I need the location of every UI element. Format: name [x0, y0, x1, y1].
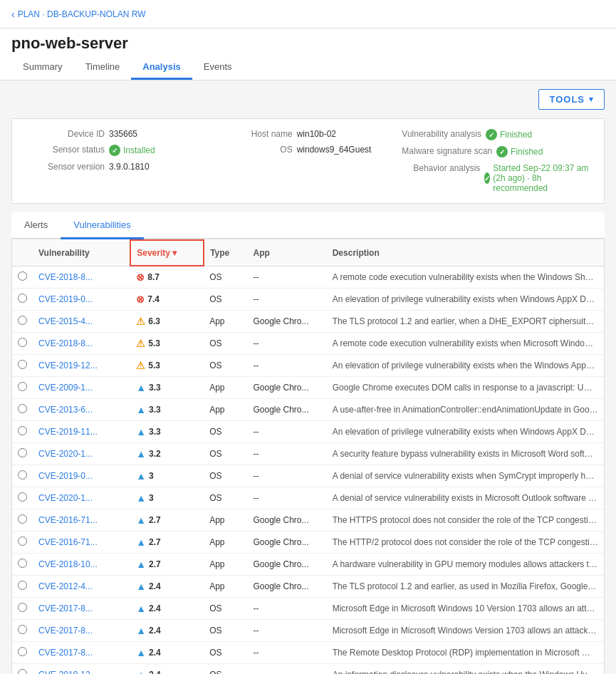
plan-link[interactable]: PLAN · DB-BACKUP-NOLAN RW [11, 9, 145, 20]
row-cve[interactable]: CVE-2016-71... [33, 509, 130, 532]
row-radio-cell[interactable] [12, 532, 33, 554]
row-radio[interactable] [18, 492, 27, 502]
col-select [12, 240, 33, 266]
row-radio[interactable] [18, 536, 27, 546]
row-radio[interactable] [18, 559, 27, 568]
row-cve[interactable]: CVE-2019-0... [33, 289, 130, 311]
row-cve[interactable]: CVE-2016-71... [33, 532, 130, 554]
row-description: An elevation of privilege vulnerability … [327, 421, 604, 443]
row-radio[interactable] [18, 625, 27, 634]
severity-value: 2.7 [149, 537, 161, 547]
col-app: App [248, 240, 327, 266]
row-severity: ⚠5.3 [130, 333, 204, 355]
row-radio[interactable] [18, 382, 27, 391]
row-radio[interactable] [18, 647, 27, 656]
table-row: CVE-2012-4...▲2.4AppGoogle Chro...The TL… [12, 576, 604, 598]
row-cve[interactable]: CVE-2019-0... [33, 465, 130, 487]
tools-button[interactable]: TOOLS [538, 89, 605, 110]
row-cve[interactable]: CVE-2018-10... [33, 554, 130, 576]
row-cve[interactable]: CVE-2015-4... [33, 311, 130, 333]
tab-analysis[interactable]: Analysis [131, 56, 192, 80]
tab-timeline[interactable]: Timeline [74, 56, 132, 80]
row-radio-cell[interactable] [12, 355, 33, 377]
row-radio-cell[interactable] [12, 554, 33, 576]
subtab-vulnerabilities[interactable]: Vulnerabilities [61, 212, 143, 239]
row-radio-cell[interactable] [12, 664, 33, 675]
row-radio-cell[interactable] [12, 598, 33, 620]
row-cve[interactable]: CVE-2017-8... [33, 620, 130, 642]
row-cve[interactable]: CVE-2020-1... [33, 487, 130, 509]
row-radio-cell[interactable] [12, 443, 33, 465]
row-radio-cell[interactable] [12, 509, 33, 532]
table-row: CVE-2019-12...▲2.4OS--An information dis… [12, 664, 604, 675]
row-radio-cell[interactable] [12, 487, 33, 509]
info-col-1: Device ID 335665 Sensor status Installed… [26, 129, 214, 193]
row-cve[interactable]: CVE-2017-8... [33, 598, 130, 620]
row-radio-cell[interactable] [12, 465, 33, 487]
row-type: App [204, 576, 247, 598]
row-radio[interactable] [18, 426, 27, 435]
row-description: The TLS protocol 1.2 and earlier, when a… [327, 311, 604, 333]
row-radio[interactable] [18, 360, 27, 369]
row-type: OS [204, 664, 247, 675]
row-severity: ▲3.2 [130, 443, 204, 465]
row-cve[interactable]: CVE-2012-4... [33, 576, 130, 598]
severity-icon: ▲ [136, 470, 146, 482]
row-radio-cell[interactable] [12, 620, 33, 642]
row-cve[interactable]: CVE-2019-12... [33, 355, 130, 377]
row-radio[interactable] [18, 514, 27, 524]
row-cve[interactable]: CVE-2019-12... [33, 664, 130, 675]
row-radio[interactable] [18, 581, 27, 590]
row-radio-cell[interactable] [12, 421, 33, 443]
row-type: OS [204, 289, 247, 311]
device-id-value: 335665 [109, 129, 137, 139]
row-severity: ▲2.4 [130, 576, 204, 598]
row-radio[interactable] [18, 448, 27, 457]
row-radio[interactable] [18, 294, 27, 303]
tab-summary[interactable]: Summary [11, 56, 74, 80]
row-radio[interactable] [18, 316, 27, 325]
severity-icon: ⚠ [136, 316, 145, 327]
row-radio-cell[interactable] [12, 377, 33, 399]
row-radio[interactable] [18, 404, 27, 413]
info-col-3: Vulnerability analysis Finished Malware … [402, 129, 590, 193]
severity-icon: ⊗ [136, 294, 145, 305]
row-radio[interactable] [18, 470, 27, 479]
row-radio-cell[interactable] [12, 399, 33, 421]
row-radio-cell[interactable] [12, 311, 33, 333]
row-cve[interactable]: CVE-2017-8... [33, 642, 130, 664]
table-row: CVE-2013-6...▲3.3AppGoogle Chro...A use-… [12, 399, 604, 421]
row-cve[interactable]: CVE-2019-11... [33, 421, 130, 443]
row-cve[interactable]: CVE-2018-8... [33, 333, 130, 355]
row-description: A remote code execution vulnerability ex… [327, 266, 604, 289]
row-app: -- [248, 620, 327, 642]
severity-icon: ▲ [136, 581, 146, 592]
row-radio-cell[interactable] [12, 289, 33, 311]
col-type: Type [204, 240, 247, 266]
row-type: OS [204, 620, 247, 642]
row-type: App [204, 554, 247, 576]
row-type: App [204, 377, 247, 399]
row-cve[interactable]: CVE-2020-1... [33, 443, 130, 465]
row-radio[interactable] [18, 271, 27, 281]
row-radio-cell[interactable] [12, 333, 33, 355]
row-radio-cell[interactable] [12, 576, 33, 598]
severity-icon: ▲ [136, 514, 146, 526]
row-type: OS [204, 333, 247, 355]
row-radio[interactable] [18, 669, 27, 674]
row-radio-cell[interactable] [12, 266, 33, 289]
subtab-alerts[interactable]: Alerts [11, 212, 61, 239]
severity-icon: ⊗ [136, 271, 145, 283]
row-severity: ▲3 [130, 465, 204, 487]
row-radio[interactable] [18, 338, 27, 347]
row-radio[interactable] [18, 603, 27, 612]
row-cve[interactable]: CVE-2013-6... [33, 399, 130, 421]
row-radio-cell[interactable] [12, 642, 33, 664]
row-app: Google Chro... [248, 576, 327, 598]
row-app: -- [248, 664, 327, 675]
row-cve[interactable]: CVE-2018-8... [33, 266, 130, 289]
os-row: OS windows9_64Guest [214, 145, 402, 155]
tab-events[interactable]: Events [192, 56, 244, 80]
col-severity[interactable]: Severity ▾ [130, 240, 204, 266]
row-cve[interactable]: CVE-2009-1... [33, 377, 130, 399]
